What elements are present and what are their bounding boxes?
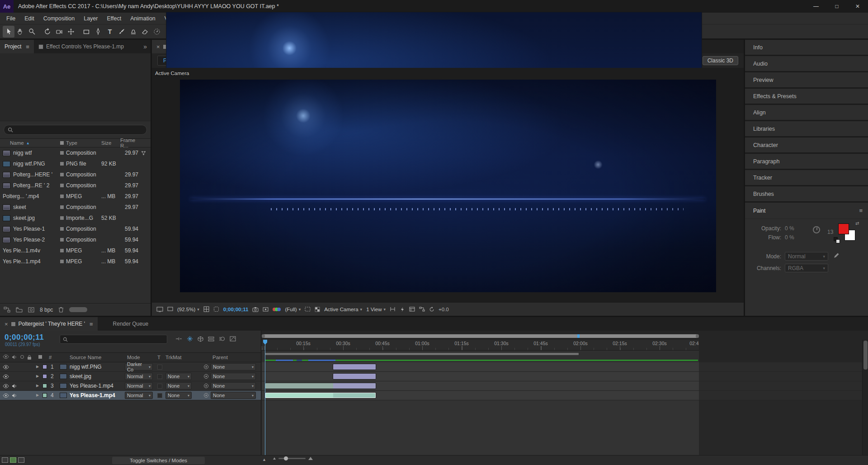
menu-item[interactable]: Effect xyxy=(102,13,126,24)
column-size[interactable]: Size xyxy=(101,140,120,146)
hide-shy-layers-icon[interactable] xyxy=(208,337,214,342)
expand-panel-icon[interactable] xyxy=(156,307,163,312)
default-colors-icon[interactable] xyxy=(836,239,840,243)
project-item-row[interactable]: Yes Please-1 Composition 59.94 xyxy=(0,223,151,234)
layer-label-chip[interactable] xyxy=(42,384,47,388)
menu-item[interactable]: Layer xyxy=(79,13,102,24)
show-channel-icon[interactable] xyxy=(273,308,281,311)
toggle-modes-pane-icon[interactable] xyxy=(10,457,16,463)
graph-editor-icon[interactable] xyxy=(230,336,236,342)
item-label-chip[interactable] xyxy=(58,183,66,188)
preserve-transparency-toggle[interactable] xyxy=(157,374,162,379)
minimize-button[interactable]: — xyxy=(806,0,826,13)
navigator-end-handle[interactable] xyxy=(696,334,699,338)
secondary-monitor-icon[interactable] xyxy=(167,307,173,312)
layer-label-chip[interactable] xyxy=(42,374,47,379)
brush-angle-value[interactable]: 13 xyxy=(827,229,833,235)
item-label-chip[interactable] xyxy=(58,172,66,177)
project-item-row[interactable]: skeet Composition 29.97 xyxy=(0,202,151,213)
column-name[interactable]: Name▲ xyxy=(0,140,58,146)
selection-tool[interactable] xyxy=(3,26,14,38)
tab-effect-controls[interactable]: Effect Controls Yes Please-1.mp xyxy=(34,40,128,53)
layer-row[interactable]: ▶ 4 Yes Please-1.mp4 Normal▾ None▾ None▾ xyxy=(0,391,261,400)
blend-mode-select[interactable]: Normal▾ xyxy=(125,382,153,389)
panel-menu-icon[interactable]: ≡ xyxy=(859,207,863,214)
parent-select[interactable]: None▾ xyxy=(211,363,256,370)
item-label-chip[interactable] xyxy=(58,151,66,155)
layer-duration-bar[interactable] xyxy=(333,364,376,370)
rotation-tool[interactable] xyxy=(42,26,53,38)
title-bar[interactable]: Ae Adobe After Effects CC 2017 - C:\User… xyxy=(0,0,868,13)
layer-visibility-icon[interactable] xyxy=(3,394,9,398)
menu-item[interactable]: Edit xyxy=(20,13,39,24)
zoom-tool[interactable] xyxy=(26,26,38,38)
project-item-row[interactable]: nigg wtf.PNG PNG file 92 KB xyxy=(0,158,151,169)
composition-mini-flowchart-icon[interactable] xyxy=(175,336,182,342)
parent-select[interactable]: None▾ xyxy=(211,392,256,399)
expand-layer-icon[interactable]: ▶ xyxy=(36,393,39,397)
paint-mode-select[interactable]: Normal▾ xyxy=(785,252,828,261)
expand-layer-icon[interactable]: ▶ xyxy=(36,374,39,378)
zoom-slider-thumb[interactable] xyxy=(284,456,288,460)
item-label-chip[interactable] xyxy=(58,194,66,199)
sidebar-panel-tab[interactable]: Effects & Presets xyxy=(745,89,868,105)
layer-label-chip[interactable] xyxy=(42,365,47,369)
blend-mode-select[interactable]: Normal▾ xyxy=(125,392,153,399)
close-window-button[interactable]: ✕ xyxy=(847,0,868,13)
parent-column-header[interactable]: Parent xyxy=(212,355,228,360)
layer-duration-bar[interactable] xyxy=(265,392,376,399)
show-snapshot-icon[interactable] xyxy=(263,307,269,312)
comp-flowchart-icon[interactable] xyxy=(419,307,425,312)
exposure-value[interactable]: +0.0 xyxy=(439,307,449,312)
scrollbar-thumb[interactable] xyxy=(863,341,868,370)
parent-pickwhip-icon[interactable] xyxy=(203,383,209,389)
parent-select[interactable]: None▾ xyxy=(211,382,256,389)
column-label-icon[interactable] xyxy=(58,141,66,145)
project-search[interactable] xyxy=(4,125,147,135)
time-navigator[interactable] xyxy=(262,334,699,338)
project-item-row[interactable]: Polterg...RE ' 2 Composition 29.97 xyxy=(0,180,151,191)
roto-brush-tool[interactable] xyxy=(151,26,163,38)
timeline-vertical-scrollbar[interactable] xyxy=(862,340,868,455)
toggle-inout-pane-icon[interactable] xyxy=(18,457,24,463)
project-item-row[interactable]: skeet.jpg Importe...G 52 KB xyxy=(0,213,151,223)
camera-select[interactable]: Active Camera▾ xyxy=(324,307,362,312)
transparency-grid-icon[interactable] xyxy=(315,307,320,312)
hand-tool[interactable] xyxy=(14,26,26,38)
item-label-chip[interactable] xyxy=(58,237,66,242)
layer-lane[interactable] xyxy=(262,391,868,400)
renderer-button[interactable]: Classic 3D xyxy=(703,56,738,65)
region-of-interest-icon[interactable] xyxy=(305,307,311,312)
expand-layer-icon[interactable]: ▶ xyxy=(36,384,39,388)
layer-visibility-icon[interactable] xyxy=(3,384,9,388)
layer-lane[interactable] xyxy=(262,372,868,381)
track-matte-select[interactable]: None▾ xyxy=(165,392,192,399)
parent-pickwhip-icon[interactable] xyxy=(203,374,209,379)
new-composition-icon[interactable] xyxy=(28,307,34,313)
layer-row[interactable]: ▶ 1 nigg wtf.PNG Darker Co▾ ▾ None▾ xyxy=(0,362,261,372)
preserve-transparency-toggle[interactable] xyxy=(157,365,162,370)
source-name-column-header[interactable]: Source Name xyxy=(70,355,101,360)
work-area-bar[interactable] xyxy=(265,352,579,356)
panel-scroll-pill[interactable] xyxy=(69,307,87,312)
index-column-header[interactable]: # xyxy=(49,355,52,360)
fast-previews-icon[interactable] xyxy=(400,307,405,312)
parent-pickwhip-icon[interactable] xyxy=(203,364,209,370)
maximize-button[interactable]: □ xyxy=(826,0,847,13)
view-layout-select[interactable]: 1 View▾ xyxy=(366,307,386,312)
tab-render-queue[interactable]: Render Queue xyxy=(108,317,153,331)
project-item-row[interactable]: Polterg... '.mp4 MPEG ... MB 29.97 xyxy=(0,191,151,202)
clone-stamp-tool[interactable] xyxy=(127,26,139,38)
layer-audio-icon[interactable] xyxy=(12,384,17,389)
timeline-panel-icon[interactable] xyxy=(409,307,415,312)
layer-duration-bar[interactable] xyxy=(265,383,376,389)
snapshot-icon[interactable] xyxy=(252,307,259,312)
column-type[interactable]: Type xyxy=(66,140,101,146)
project-bit-depth[interactable]: 8 bpc xyxy=(40,307,53,313)
preserve-transparency-toggle[interactable] xyxy=(157,393,162,398)
item-label-chip[interactable] xyxy=(58,161,66,166)
tab-overflow-icon[interactable]: » xyxy=(140,40,151,53)
column-frame-rate[interactable]: Frame R... xyxy=(120,138,141,148)
layer-row[interactable]: ▶ 3 Yes Please-1.mp4 Normal▾ None▾ None▾ xyxy=(0,381,261,391)
layer-duration-bar[interactable] xyxy=(333,373,376,380)
